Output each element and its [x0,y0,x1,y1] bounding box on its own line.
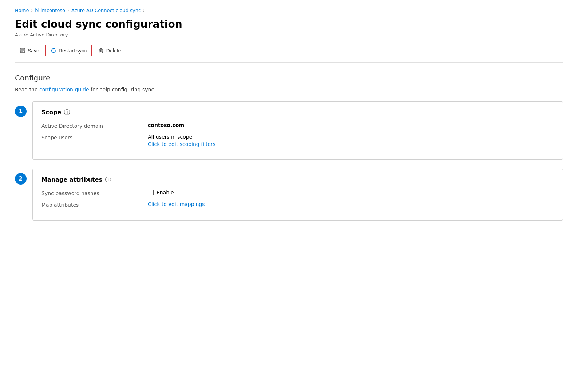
restart-sync-button[interactable]: Restart sync [45,45,92,56]
delete-label: Delete [106,48,121,54]
step-2-title-text: Manage attributes [41,176,102,183]
svg-rect-3 [21,51,23,52]
save-icon [20,48,25,54]
scope-ad-domain-row: Active Directory domain contoso.com [41,122,554,129]
toolbar: Save Restart sync [15,45,563,63]
step-2-info-icon[interactable]: i [105,177,111,182]
breadcrumb-sep-3: › [143,8,145,13]
svg-rect-5 [99,49,103,49]
map-attributes-row: Map attributes Click to edit mappings [41,201,554,208]
helper-prefix: Read the [15,87,39,92]
step-1-card: Scope i Active Directory domain contoso.… [32,101,563,160]
breadcrumb-service[interactable]: Azure AD Connect cloud sync [71,8,141,13]
breadcrumb: Home › billmcontoso › Azure AD Connect c… [15,8,563,13]
edit-mappings-link[interactable]: Click to edit mappings [148,201,205,207]
scope-users-row: Scope users All users in scope Click to … [41,134,554,147]
svg-rect-1 [21,48,24,50]
step-2-card: Manage attributes i Sync password hashes… [32,169,563,221]
delete-icon [98,48,104,54]
save-button[interactable]: Save [15,45,44,56]
scope-users-stack: All users in scope Click to edit scoping… [148,134,554,147]
steps-container: 1 Scope i Active Directory domain contos… [15,101,563,221]
breadcrumb-home[interactable]: Home [15,8,29,13]
configuration-guide-link[interactable]: configuration guide [39,87,89,92]
step-1-info-icon[interactable]: i [64,109,70,115]
scope-ad-domain-value: contoso.com [148,122,554,128]
edit-scoping-filters-link[interactable]: Click to edit scoping filters [148,141,554,147]
breadcrumb-sep-1: › [31,8,33,13]
page-subtitle: Azure Active Directory [15,32,563,37]
step-1-title-text: Scope [41,109,61,116]
restart-sync-label: Restart sync [59,48,87,54]
page-title: Edit cloud sync configuration [15,18,563,31]
helper-text: Read the configuration guide for help co… [15,87,563,92]
step-2-title: Manage attributes i [41,176,554,183]
enable-label: Enable [157,190,174,195]
enable-checkbox-row: Enable [148,190,554,195]
sync-password-hashes-value: Enable [148,190,554,195]
save-label: Save [28,48,39,54]
page-container: Home › billmcontoso › Azure AD Connect c… [0,0,578,392]
sync-password-hashes-label: Sync password hashes [41,190,143,196]
configure-heading: Configure [15,74,563,82]
scope-users-value: All users in scope Click to edit scoping… [148,134,554,147]
map-attributes-label: Map attributes [41,201,143,208]
scope-users-label: Scope users [41,134,143,140]
scope-ad-domain-label: Active Directory domain [41,122,143,129]
sync-password-hashes-row: Sync password hashes Enable [41,190,554,196]
step-2-row: 2 Manage attributes i Sync password hash… [15,169,563,221]
step-1-title: Scope i [41,109,554,116]
step-2-number: 2 [15,173,27,185]
restart-sync-icon [51,48,56,54]
breadcrumb-tenant[interactable]: billmcontoso [35,8,65,13]
breadcrumb-sep-2: › [67,8,69,13]
svg-rect-4 [100,48,102,49]
scope-users-text: All users in scope [148,134,554,140]
step-1-number: 1 [15,106,27,117]
map-attributes-value: Click to edit mappings [148,201,554,207]
step-1-row: 1 Scope i Active Directory domain contos… [15,101,563,160]
helper-suffix: for help configuring sync. [89,87,156,92]
delete-button[interactable]: Delete [94,45,126,56]
enable-checkbox[interactable] [148,190,154,195]
